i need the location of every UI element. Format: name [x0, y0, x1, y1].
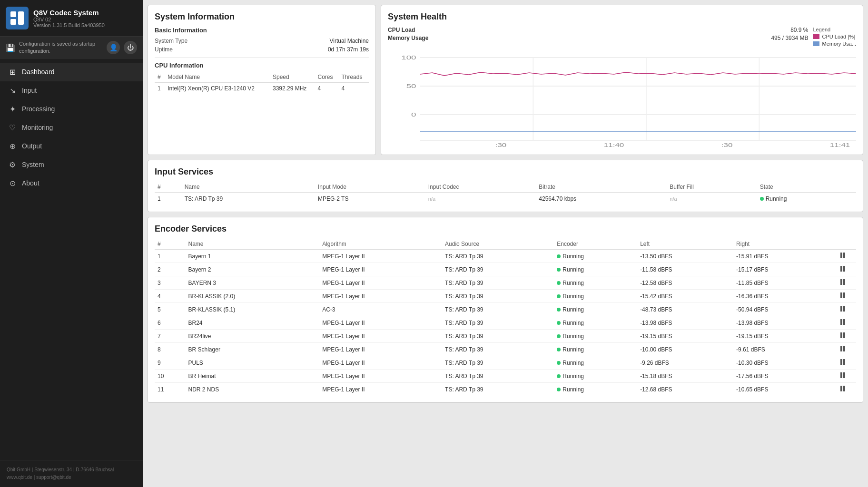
footer-web: www.qbit.de | support@qbit.de [7, 474, 136, 481]
is-col-state: State [757, 182, 856, 193]
es-actions[interactable] [829, 330, 856, 343]
es-num: 7 [155, 330, 186, 343]
es-actions[interactable] [829, 250, 856, 263]
pause-icon[interactable] [840, 306, 845, 312]
pause-icon[interactable] [840, 319, 845, 325]
svg-text:100: 100 [401, 55, 416, 60]
pause-icon[interactable] [840, 346, 845, 351]
svg-text:0: 0 [411, 112, 416, 117]
cpu-load-row: CPU Load 80.9 % [388, 27, 808, 33]
es-actions[interactable] [829, 276, 856, 290]
is-col-buffer: Buffer Fill [667, 182, 757, 193]
es-encoder: Running [554, 343, 637, 356]
es-right: -17.56 dBFS [733, 370, 829, 383]
sidebar-item-dashboard[interactable]: ⊞ Dashboard [0, 63, 143, 81]
encoder-services-body: 1 Bayern 1 MPEG-1 Layer II TS: ARD Tp 39… [155, 250, 856, 396]
cpu-load-label: CPU Load [388, 27, 415, 33]
sidebar-item-input[interactable]: ↘ Input [0, 81, 143, 100]
pause-icon[interactable] [840, 279, 845, 285]
system-type-label: System Type [155, 38, 187, 44]
sidebar: Q8V Codec System Q8V 02 Version 1.31.5 B… [0, 0, 143, 487]
pause-icon[interactable] [840, 372, 845, 378]
es-left: -13.98 dBFS [637, 316, 733, 330]
es-num: 6 [155, 316, 186, 330]
es-num: 10 [155, 370, 186, 383]
es-actions[interactable] [829, 316, 856, 330]
sidebar-item-monitoring[interactable]: ♡ Monitoring [0, 118, 143, 137]
es-num: 5 [155, 303, 186, 316]
output-icon: ⊕ [8, 142, 17, 151]
save-icon: 💾 [6, 43, 15, 52]
memory-value: 495 / 3934 MB [771, 35, 808, 41]
legend-cpu: CPU Load [%] [813, 34, 856, 39]
es-num: 8 [155, 343, 186, 356]
es-name: BR-KLASSIK (2.0) [186, 290, 320, 303]
es-algorithm: MPEG-1 Layer II [319, 250, 442, 263]
encoder-services-card: Encoder Services # Name Algorithm Audio … [148, 217, 863, 403]
es-actions[interactable] [829, 383, 856, 396]
es-actions[interactable] [829, 290, 856, 303]
input-services-title: Input Services [155, 167, 856, 177]
pause-icon[interactable] [840, 386, 845, 391]
cpu-col-cores: Cores [315, 72, 339, 83]
es-num: 2 [155, 263, 186, 276]
es-actions[interactable] [829, 303, 856, 316]
is-col-codec: Input Codec [425, 182, 536, 193]
es-name: PULS [186, 356, 320, 370]
table-row: 1 Bayern 1 MPEG-1 Layer II TS: ARD Tp 39… [155, 250, 856, 263]
sidebar-item-about-label: About [22, 179, 39, 187]
es-name: BR24live [186, 330, 320, 343]
es-actions[interactable] [829, 343, 856, 356]
pause-icon[interactable] [840, 359, 845, 365]
es-source: TS: ARD Tp 39 [442, 343, 554, 356]
footer-company: Qbit GmbH | Stegwiesenstr. 34 | D-76646 … [7, 466, 136, 474]
is-col-bitrate: Bitrate [536, 182, 667, 193]
es-num: 9 [155, 356, 186, 370]
es-num: 3 [155, 276, 186, 290]
es-algorithm: MPEG-1 Layer II [319, 290, 442, 303]
cpu-line [420, 72, 856, 76]
es-encoder: Running [554, 316, 637, 330]
es-left: -19.15 dBFS [637, 330, 733, 343]
power-icon-button[interactable]: ⏻ [124, 41, 137, 54]
es-source: TS: ARD Tp 39 [442, 356, 554, 370]
uptime-value: 0d 17h 37m 19s [328, 46, 369, 53]
pause-icon[interactable] [840, 266, 845, 272]
es-name: BR24 [186, 316, 320, 330]
pause-icon[interactable] [840, 292, 845, 298]
es-actions[interactable] [829, 263, 856, 276]
es-right: -15.91 dBFS [733, 250, 829, 263]
es-left: -13.50 dBFS [637, 250, 733, 263]
sidebar-item-processing[interactable]: ✦ Processing [0, 100, 143, 118]
pause-icon[interactable] [840, 253, 845, 258]
es-name: Bayern 1 [186, 250, 320, 263]
sidebar-item-output[interactable]: ⊕ Output [0, 137, 143, 156]
es-left: -48.73 dBFS [637, 303, 733, 316]
table-row: 11 NDR 2 NDS MPEG-1 Layer II TS: ARD Tp … [155, 383, 856, 396]
es-actions[interactable] [829, 370, 856, 383]
es-actions[interactable] [829, 356, 856, 370]
encoder-services-title: Encoder Services [155, 224, 856, 234]
input-services-table: # Name Input Mode Input Codec Bitrate Bu… [155, 182, 856, 205]
cpu-col-speed: Speed [270, 72, 315, 83]
legend-memory: Memory Usa... [813, 41, 856, 47]
is-codec: n/a [425, 193, 536, 205]
table-row: 5 BR-KLASSIK (5.1) AC-3 TS: ARD Tp 39 Ru… [155, 303, 856, 316]
is-mode: MPEG-2 TS [315, 193, 425, 205]
sidebar-item-system[interactable]: ⚙ System [0, 156, 143, 174]
sidebar-item-about[interactable]: ⊙ About [0, 174, 143, 193]
es-col-source: Audio Source [442, 239, 554, 250]
sidebar-item-output-label: Output [22, 142, 42, 150]
processing-icon: ✦ [8, 105, 17, 114]
sidebar-nav: ⊞ Dashboard ↘ Input ✦ Processing ♡ Monit… [0, 59, 143, 460]
app-logo [6, 7, 29, 29]
user-icon-button[interactable]: 👤 [107, 41, 120, 54]
es-left: -15.18 dBFS [637, 370, 733, 383]
legend-cpu-label: CPU Load [%] [822, 34, 855, 39]
pause-icon[interactable] [840, 332, 845, 338]
memory-usage-row: Memory Usage 495 / 3934 MB [388, 35, 808, 41]
es-source: TS: ARD Tp 39 [442, 370, 554, 383]
es-right: -13.98 dBFS [733, 316, 829, 330]
svg-text::30: :30 [495, 143, 507, 148]
es-name: BR Heimat [186, 370, 320, 383]
